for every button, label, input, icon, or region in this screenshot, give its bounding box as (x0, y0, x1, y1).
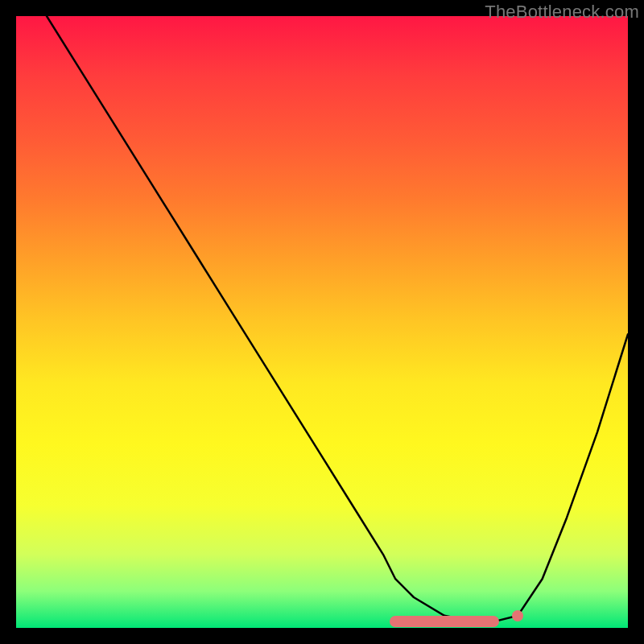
bottleneck-curve (16, 16, 628, 628)
chart-container: TheBottleneck.com (0, 0, 644, 644)
optimal-range-marker (390, 616, 499, 627)
highlight-dot-icon (512, 610, 523, 621)
plot-area (16, 16, 628, 628)
watermark-text: TheBottleneck.com (485, 2, 639, 23)
